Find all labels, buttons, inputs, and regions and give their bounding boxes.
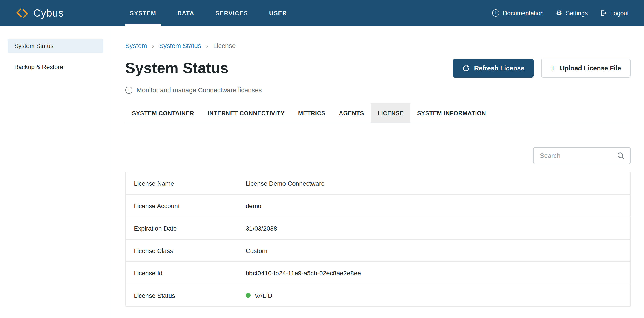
top-navbar: Cybus SYSTEM DATA SERVICES USER i Docume… [0,0,644,26]
logout-link[interactable]: Logout [600,10,629,16]
table-row: Expiration Date 31/03/2038 [126,217,630,240]
table-cell-value: demo [246,202,630,209]
tab-system-information[interactable]: SYSTEM INFORMATION [410,103,493,123]
page-layout: System Status Backup & Restore System › … [0,26,644,318]
tab-system-container[interactable]: SYSTEM CONTAINER [125,103,201,123]
page-actions: Refresh License + Upload License File [453,59,630,78]
nav-item-user[interactable]: USER [265,0,292,26]
table-cell-label: License Id [126,269,246,277]
page-subtitle-text: Monitor and manage Connectware licenses [136,87,262,94]
refresh-license-button[interactable]: Refresh License [453,59,533,78]
table-cell-label: License Class [126,247,246,254]
app-window: Cybus SYSTEM DATA SERVICES USER i Docume… [0,0,644,318]
table-cell-value: 31/03/2038 [246,224,630,232]
info-icon: i [492,9,500,16]
refresh-license-label: Refresh License [474,65,524,72]
nav-item-system[interactable]: SYSTEM [125,0,161,26]
sidebar-item-system-status[interactable]: System Status [8,39,103,53]
page-title: System Status [125,60,228,77]
logout-label: Logout [610,10,629,16]
upload-license-label: Upload License File [560,65,621,72]
table-row: License Name License Demo Connectware [126,172,630,195]
table-cell-label: License Name [126,180,246,187]
page-subtitle: i Monitor and manage Connectware license… [125,86,630,95]
nav-item-services[interactable]: SERVICES [211,0,252,26]
table-cell-value: bbcf0410-fb24-11e9-a5cb-02ec8ae2e8ee [246,269,630,277]
topbar-utilities: i Documentation ⚙ Settings Logout [492,0,644,26]
license-table: License Name License Demo Connectware Li… [125,172,630,307]
brand: Cybus [0,0,112,26]
table-row: License Class Custom [126,240,630,262]
tab-agents[interactable]: AGENTS [332,103,371,123]
plus-icon: + [550,63,555,72]
cybus-logo-icon [16,7,28,19]
table-cell-label: License Account [126,202,246,209]
sidebar-item-label: System Status [14,43,54,49]
tabs: SYSTEM CONTAINER INTERNET CONNECTIVITY M… [125,103,630,123]
breadcrumb-link-system[interactable]: System [125,41,147,50]
primary-nav: SYSTEM DATA SERVICES USER [125,0,304,26]
main-content: System › System Status › License System … [112,26,644,318]
search-box [533,147,630,164]
settings-label: Settings [566,10,588,16]
sidebar: System Status Backup & Restore [0,26,112,318]
settings-link[interactable]: ⚙ Settings [556,9,588,16]
sidebar-item-backup-restore[interactable]: Backup & Restore [8,60,103,74]
search-input[interactable] [539,152,614,160]
table-row: License Id bbcf0410-fb24-11e9-a5cb-02ec8… [126,262,630,284]
breadcrumb-current: License [213,41,236,50]
search-row [125,147,630,164]
tab-license[interactable]: LICENSE [371,103,410,123]
documentation-link[interactable]: i Documentation [492,9,544,16]
table-row: License Account demo [126,195,630,217]
chevron-right-icon: › [206,41,208,50]
breadcrumb: System › System Status › License [125,41,630,50]
info-icon: i [125,87,132,94]
table-cell-label: License Status [126,292,246,299]
search-icon [617,152,625,159]
refresh-icon [462,64,470,72]
sidebar-item-label: Backup & Restore [14,64,63,70]
status-badge: VALID [255,292,272,299]
table-row: License Status VALID [126,284,630,306]
nav-item-data[interactable]: DATA [173,0,199,26]
logout-icon [600,10,606,16]
table-cell-value: License Demo Connectware [246,180,630,187]
breadcrumb-link-system-status[interactable]: System Status [159,41,201,50]
brand-name: Cybus [33,7,64,19]
title-row: System Status Refresh License + Upload L… [125,58,630,78]
table-cell-label: Expiration Date [126,224,246,232]
table-cell-value: Custom [246,247,630,254]
tab-metrics[interactable]: METRICS [292,103,332,123]
table-cell-value: VALID [246,292,630,299]
gear-icon: ⚙ [556,9,562,16]
status-dot [246,293,250,298]
upload-license-file-button[interactable]: + Upload License File [541,59,630,78]
documentation-label: Documentation [503,10,544,16]
tab-internet-connectivity[interactable]: INTERNET CONNECTIVITY [201,103,291,123]
chevron-right-icon: › [152,41,154,50]
